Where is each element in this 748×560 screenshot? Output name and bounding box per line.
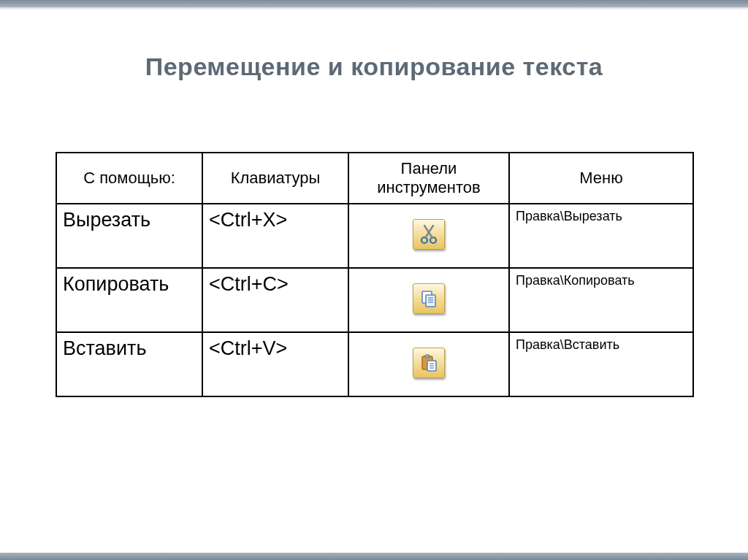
paste-icon (419, 353, 439, 373)
action-cell: Вырезать (56, 204, 202, 268)
paste-toolbar-button (413, 348, 445, 378)
action-cell: Вставить (56, 332, 202, 396)
table-row: Копировать <Ctrl+C> Правка\Копировать (56, 268, 693, 332)
shortcuts-table-container: С помощью: Клавиатуры Панели инструменто… (56, 152, 692, 397)
menu-cell: Правка\Вставить (509, 332, 693, 396)
table-row: Вставить <Ctrl+V> Правка\Вставить (56, 332, 693, 396)
table-row: Вырезать <Ctrl+X> Правка\Вырезать (56, 204, 693, 268)
shortcut-cell: <Ctrl+V> (202, 332, 348, 396)
top-border-shadow (0, 7, 748, 10)
shortcut-cell: <Ctrl+C> (202, 268, 348, 332)
header-with: С помощью: (56, 153, 202, 204)
header-keyboard: Клавиатуры (202, 153, 348, 204)
top-border-bar (0, 0, 748, 7)
cut-toolbar-button (413, 219, 445, 250)
menu-cell: Правка\Вырезать (509, 204, 693, 268)
bottom-border-bar (0, 553, 748, 560)
cut-icon (419, 224, 439, 245)
copy-icon (419, 288, 439, 309)
menu-cell: Правка\Копировать (509, 268, 693, 332)
table-header-row: С помощью: Клавиатуры Панели инструменто… (56, 153, 693, 204)
shortcut-cell: <Ctrl+X> (202, 204, 348, 268)
toolbar-icon-cell (348, 332, 509, 396)
svg-rect-5 (426, 295, 435, 307)
toolbar-icon-cell (348, 204, 509, 268)
page-title: Перемещение и копирование текста (0, 53, 748, 81)
svg-rect-10 (425, 355, 430, 358)
header-toolbar: Панели инструментов (348, 153, 509, 204)
copy-toolbar-button (413, 283, 445, 314)
toolbar-icon-cell (348, 268, 509, 332)
action-cell: Копировать (56, 268, 202, 332)
header-menu: Меню (509, 153, 693, 204)
shortcuts-table: С помощью: Клавиатуры Панели инструменто… (56, 152, 694, 397)
